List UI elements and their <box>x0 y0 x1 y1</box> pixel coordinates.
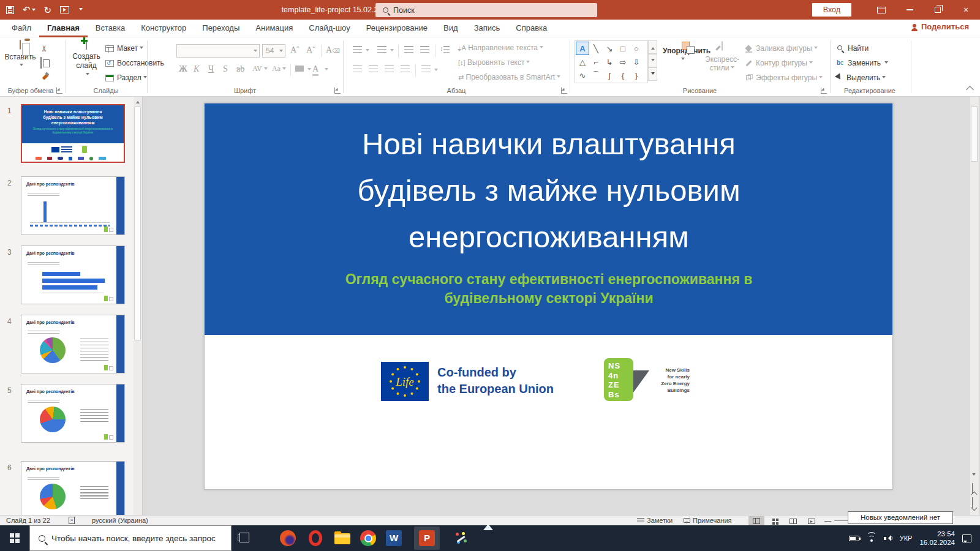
find-button[interactable]: Найти <box>837 44 869 53</box>
italic-button[interactable]: К <box>194 64 199 74</box>
ribbon-display-options-button[interactable] <box>867 0 895 20</box>
arrange-button[interactable]: Упорядочить <box>663 42 701 64</box>
volume-icon[interactable] <box>884 534 892 542</box>
search-box[interactable]: Поиск <box>375 3 597 17</box>
slide-thumbnail-1[interactable]: Нові навички влаштування будівель з майж… <box>21 104 125 163</box>
signin-button[interactable]: Вход <box>812 3 851 17</box>
language-indicator[interactable]: УКР <box>900 534 913 542</box>
shape-option-line[interactable]: ╲ <box>589 42 603 55</box>
align-center-icon[interactable] <box>369 66 378 72</box>
collapse-ribbon-icon[interactable] <box>966 86 974 94</box>
wifi-icon[interactable] <box>867 534 876 542</box>
slide-canvas[interactable]: Нові навички влаштування будівель з майж… <box>204 103 893 490</box>
slide-thumbnail-6[interactable]: Дані про респондентів <box>21 461 125 515</box>
slide-title[interactable]: Нові навички влаштування будівель з майж… <box>243 121 855 260</box>
start-button[interactable] <box>0 525 29 551</box>
battery-icon[interactable] <box>849 536 859 541</box>
gallery-scroll-down[interactable] <box>648 54 657 67</box>
tab-record[interactable]: Запись <box>466 20 508 37</box>
slide-thumbnail-3[interactable]: Дані про респондентів <box>21 246 125 304</box>
zoom-out-button[interactable]: — <box>824 517 831 524</box>
shape-option-brace-left[interactable]: { <box>616 69 630 82</box>
action-center-icon[interactable] <box>962 534 971 542</box>
scrollbar-thumb[interactable] <box>134 107 141 340</box>
gallery-more-button[interactable] <box>648 67 657 81</box>
editor-scrollbar[interactable] <box>970 97 979 515</box>
line-spacing-icon[interactable]: ↕ <box>440 45 450 53</box>
shape-option-arc[interactable]: ⌒ <box>589 69 603 82</box>
taskbar-search[interactable]: Чтобы начать поиск, введите здесь запрос <box>29 525 232 551</box>
character-spacing-button[interactable]: AV <box>252 64 268 73</box>
file-explorer-icon[interactable] <box>334 533 350 544</box>
shape-option-arrow[interactable]: ↘ <box>603 42 616 55</box>
customize-toolbar-icon[interactable] <box>79 8 83 12</box>
shrink-font-button[interactable]: Аˇ <box>306 45 315 55</box>
task-view-button[interactable] <box>238 531 252 545</box>
font-size-combo[interactable]: 54 <box>262 44 285 58</box>
clipboard-dialog-launcher[interactable] <box>56 88 62 94</box>
tab-view[interactable]: Вид <box>435 20 466 37</box>
decrease-indent-icon[interactable] <box>404 46 413 53</box>
shape-outline-button[interactable]: Контур фигуры <box>745 59 813 67</box>
spellcheck-button[interactable]: × <box>69 517 75 524</box>
reading-view-button[interactable] <box>785 516 801 526</box>
font-color-button[interactable]: А <box>312 64 318 76</box>
redo-icon[interactable]: ↻ <box>44 6 52 15</box>
shape-option-oval[interactable]: ○ <box>630 42 643 55</box>
grow-font-button[interactable]: Аˆ <box>290 45 300 55</box>
title-block[interactable]: Нові навички влаштування будівель з майж… <box>205 103 892 335</box>
slide-thumbnail-5[interactable]: Дані про респондентів <box>21 384 125 443</box>
change-case-button[interactable]: Aa <box>272 64 286 73</box>
next-slide-button[interactable] <box>972 497 976 510</box>
tab-review[interactable]: Рецензирование <box>358 20 435 37</box>
quick-styles-button[interactable]: Экспресс-стили <box>704 42 740 72</box>
tab-home[interactable]: Главная <box>39 20 88 37</box>
increase-indent-icon[interactable] <box>420 46 429 53</box>
font-name-combo[interactable] <box>176 44 260 58</box>
minimize-button[interactable] <box>895 0 924 20</box>
shape-option-right-arrow[interactable]: ⇨ <box>616 55 630 69</box>
scrollbar-thumb[interactable] <box>971 107 978 162</box>
paste-button[interactable]: Вставить <box>4 40 37 70</box>
tab-insert[interactable]: Вставка <box>88 20 133 37</box>
shape-option-down-arrow[interactable]: ⇩ <box>630 55 643 69</box>
clear-formatting-button[interactable]: А⌫ <box>326 45 340 55</box>
firefox-icon[interactable] <box>280 530 296 546</box>
shape-option-elbow[interactable]: ⌐ <box>589 55 603 69</box>
shape-option-scribble[interactable]: ∿ <box>576 69 589 82</box>
tab-animations[interactable]: Анимация <box>247 20 301 37</box>
scroll-up-icon[interactable] <box>134 97 142 105</box>
shape-option-rectangle[interactable]: □ <box>616 42 630 55</box>
slideshow-view-button[interactable] <box>804 516 820 526</box>
shape-option-textbox[interactable]: A <box>576 42 589 55</box>
tab-design[interactable]: Конструктор <box>133 20 194 37</box>
close-button[interactable]: × <box>952 0 980 20</box>
powerpoint-icon[interactable]: P <box>419 530 435 546</box>
numbering-icon[interactable] <box>377 46 386 53</box>
shape-option-curve[interactable]: ʃ <box>603 69 616 82</box>
bullets-icon[interactable] <box>353 46 362 53</box>
comments-button[interactable]: Примечания <box>684 517 732 524</box>
tab-help[interactable]: Справка <box>508 20 555 37</box>
layout-button[interactable]: Макет <box>105 44 143 53</box>
replace-button[interactable]: bcЗаменить <box>837 59 888 67</box>
shape-fill-button[interactable]: Заливка фигуры <box>745 44 818 53</box>
shape-option-brace-right[interactable]: } <box>630 69 643 82</box>
highlight-color-icon[interactable] <box>295 66 304 72</box>
chrome-icon[interactable] <box>360 530 376 546</box>
slide-thumbnail-2[interactable]: Дані про респондентів <box>21 176 125 235</box>
notes-button[interactable]: Заметки <box>637 517 673 524</box>
align-text-button[interactable]: [↕] Выровнять текст <box>458 58 530 67</box>
tab-slideshow[interactable]: Слайд-шоу <box>301 20 358 37</box>
opera-icon[interactable] <box>309 530 322 546</box>
bold-button[interactable]: Ж <box>179 64 187 74</box>
cut-icon[interactable]: ✂ <box>39 45 49 52</box>
save-icon[interactable] <box>6 6 14 14</box>
clock[interactable]: 23:54 16.02.2024 <box>919 530 955 547</box>
language-button[interactable]: русский (Украина) <box>92 517 148 524</box>
paragraph-dialog-launcher[interactable] <box>561 88 567 94</box>
previous-slide-button[interactable] <box>972 484 976 497</box>
shape-option-elbow-arrow[interactable]: ↳ <box>603 55 616 69</box>
font-dialog-launcher[interactable] <box>334 88 341 94</box>
copy-icon[interactable] <box>40 57 42 69</box>
